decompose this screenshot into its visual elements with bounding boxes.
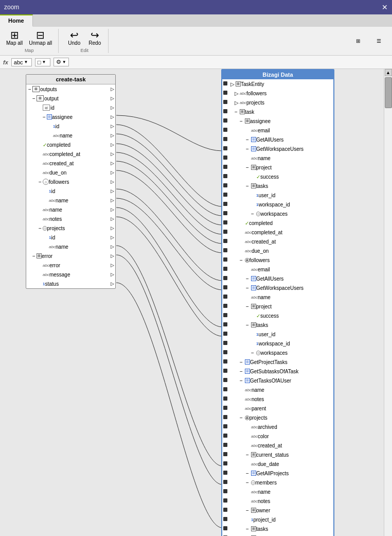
- title-bar: zoom ✕: [0, 0, 392, 14]
- arrow-completed-at: ▷: [111, 151, 114, 157]
- node-r-currentstatus: − ⊞ current_status: [222, 450, 333, 459]
- map-all-icon: ⊞: [10, 30, 19, 40]
- left-panel-title: create-task: [26, 75, 115, 84]
- node-r-getallprojects: − ⊞ GetAllProjects: [222, 469, 333, 478]
- node-r-followers-1: ▷ abc followers: [222, 89, 333, 98]
- arrow-projects-id: ▷: [111, 235, 114, 240]
- node-r-completedat: abc completed_at: [222, 228, 333, 237]
- node-r-email-1: abc email: [222, 126, 333, 135]
- node-r-workspaces-2: − ○ workspaces: [222, 348, 333, 357]
- node-r-getworkspaceusers-2: − ⊞ GetWorkspaceUsers: [222, 283, 333, 292]
- title-text: zoom: [4, 4, 19, 11]
- redo-label: Redo: [88, 40, 101, 46]
- node-r-projects-a: − A projects: [222, 413, 333, 422]
- node-projects-name: abc name ▷: [26, 242, 115, 251]
- formula-option3[interactable]: ⚙ ▼: [54, 58, 69, 66]
- node-r-getsubtasks: − ⊞ GetSubtasksOfATask: [222, 367, 333, 376]
- node-error-parent: − ⊞ error ▷: [26, 251, 115, 261]
- node-r-gettasksofauser: − ⊞ GetTasksOfAUser: [222, 376, 333, 385]
- node-followers-left: − ○ followers ▷: [26, 177, 115, 186]
- arrow-name-2: ▷: [111, 207, 114, 212]
- node-r-userid-2: 1 user_id: [222, 330, 333, 339]
- redo-button[interactable]: ↪ Redo: [85, 29, 104, 47]
- scroll-thumb[interactable]: [385, 77, 392, 108]
- node-r-projectid: 1 project_id: [222, 515, 333, 524]
- node-r-dueon: abc due_on: [222, 246, 333, 255]
- map-all-button[interactable]: ⊞ Map all: [4, 29, 25, 47]
- map-all-label: Map all: [6, 40, 23, 46]
- right-panel-title: Bizagi Data: [222, 70, 333, 79]
- node-created-at: abc created_at ▷: [26, 159, 115, 168]
- node-r-getprojecttasks: − ⊞ GetProjectTasks: [222, 357, 333, 367]
- node-name-2: abc name ▷: [26, 205, 115, 214]
- map-group-label: Map: [25, 48, 34, 53]
- node-status: 1 status ▷: [26, 279, 115, 288]
- arrow-projects-name: ▷: [111, 244, 114, 249]
- undo-label: Undo: [68, 40, 80, 46]
- node-r-project-1: − ⊞ project: [222, 163, 333, 172]
- redo-icon: ↪: [91, 30, 99, 40]
- ribbon-group-map: ⊞ Map all ⊟ Unmap all Map: [4, 29, 59, 53]
- node-r-getallusers-2: − ⊞ GetAllUsers: [222, 274, 333, 283]
- arrow-followers-name: ▷: [111, 198, 114, 203]
- grid-icon: ⊞: [356, 38, 360, 44]
- scroll-up-arrow[interactable]: ▲: [385, 69, 392, 76]
- node-r-email-2: abc email: [222, 265, 333, 274]
- arrow-error-parent: ▷: [111, 253, 114, 258]
- arrow-output: ▷: [111, 96, 114, 101]
- undo-button[interactable]: ↩ Undo: [65, 29, 83, 47]
- node-r-task: − ⊞ task: [222, 107, 333, 116]
- node-r-parent: abc parent: [222, 404, 333, 413]
- node-taskentity: ▷ ⊞ TaskEntity: [222, 79, 333, 89]
- ribbon: Home ⊞ Map all ⊟ Unmap all Map ↩ Undo: [0, 14, 392, 56]
- arrow-id-2: ▷: [111, 124, 114, 129]
- close-icon[interactable]: ✕: [382, 3, 388, 11]
- left-panel: create-task − ⊞ outputs ▷ − ⊞ output ▷ i…: [26, 74, 116, 289]
- node-r-project-2: − ⊞ project: [222, 302, 333, 311]
- unmap-all-label: Unmap all: [29, 40, 52, 46]
- formula-option2[interactable]: □ ▼: [35, 58, 50, 66]
- arrow-error: ▷: [111, 263, 114, 268]
- node-r-createdat-2: abc created_at: [222, 441, 333, 450]
- node-name-1: abc name ▷: [26, 131, 115, 140]
- canvas-area[interactable]: create-task − ⊞ outputs ▷ − ⊞ output ▷ i…: [0, 69, 392, 536]
- node-r-completed: ✓ completed: [222, 218, 333, 228]
- arrow-status: ▷: [111, 281, 114, 286]
- node-followers-id: 1 id ▷: [26, 186, 115, 196]
- node-completed-left: ✓ completed ▷: [26, 140, 115, 149]
- node-r-workspaces-1: − ○ workspaces: [222, 209, 333, 218]
- node-r-duedate: abc due_date: [222, 459, 333, 469]
- node-notes: abc notes ▷: [26, 214, 115, 223]
- node-projects-left: − ○ projects ▷: [26, 223, 115, 233]
- tab-home[interactable]: Home: [0, 14, 33, 27]
- settings-icon: ⚙: [56, 59, 61, 65]
- unmap-all-button[interactable]: ⊟ Unmap all: [27, 29, 54, 47]
- unmap-all-icon: ⊟: [36, 30, 45, 40]
- node-r-color: abc color: [222, 431, 333, 441]
- node-due-on: abc due_on ▷: [26, 168, 115, 177]
- ribbon-tabs: Home: [0, 14, 392, 27]
- node-assignee: − ⊞ assignee ▷: [26, 112, 115, 122]
- arrow-outputs: ▷: [111, 87, 114, 92]
- arrow-name-1: ▷: [111, 133, 114, 138]
- node-r-workspaceid-2: 1 workspace_id: [222, 339, 333, 348]
- node-r-tasks-3: − ⊞ tasks: [222, 524, 333, 533]
- arrow-followers-id: ▷: [111, 188, 114, 194]
- node-r-tasks-1: − ⊞ tasks: [222, 181, 333, 191]
- arrow-created-at: ▷: [111, 161, 114, 166]
- grid-view-button[interactable]: ⊞: [349, 37, 367, 45]
- arrow-projects: ▷: [111, 226, 114, 231]
- node-r-createdat: abc created_at: [222, 237, 333, 246]
- node-r-success-2: ✓ success: [222, 311, 333, 320]
- edit-group-label: Edit: [81, 48, 89, 53]
- scrollbar-right[interactable]: ▲ ▼: [384, 69, 392, 536]
- type-select[interactable]: abc ▼: [11, 58, 32, 66]
- list-view-button[interactable]: ☰: [369, 37, 388, 45]
- arrow-followers: ▷: [111, 179, 114, 184]
- node-outputs: − ⊞ outputs ▷: [26, 84, 115, 94]
- right-panel: Bizagi Data ▷ ⊞ TaskEntity ▷ abc followe…: [221, 69, 334, 536]
- node-r-success-1: ✓ success: [222, 172, 333, 181]
- node-id-1: id id ▷: [26, 103, 115, 112]
- fx-icon: fx: [3, 59, 8, 65]
- node-r-archived: abc archived: [222, 422, 333, 431]
